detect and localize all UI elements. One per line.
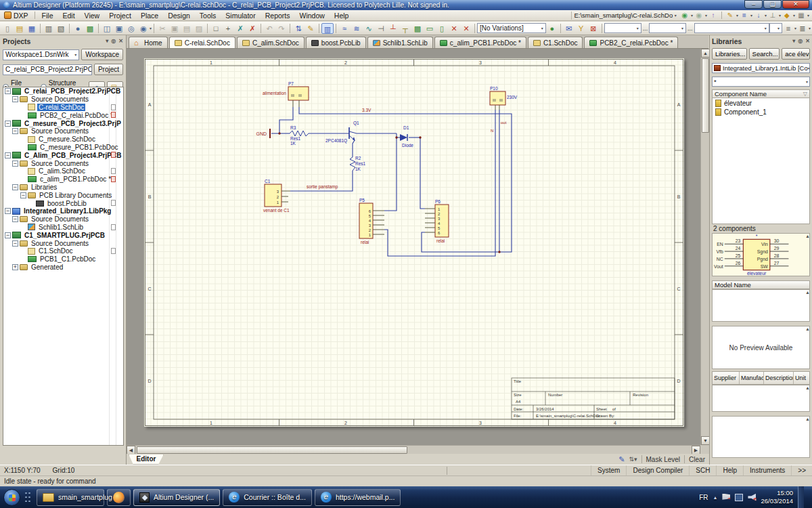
browser-icon[interactable]: ● <box>72 23 84 34</box>
component-c1[interactable]: 3 2 1 C1 venant de C1 <box>263 179 290 213</box>
expander-icon[interactable] <box>12 264 18 270</box>
expander-icon[interactable] <box>5 232 11 238</box>
clear-button[interactable]: Clear <box>689 456 705 463</box>
component-row-component1[interactable]: Component_1 <box>713 108 809 117</box>
taskbar-firefox-button[interactable] <box>107 489 131 506</box>
menu-file[interactable]: File <box>37 10 58 20</box>
place-wire-icon[interactable]: ≈ <box>338 23 351 34</box>
tree-item-project[interactable]: C_mesure_PCB_Project3.PrjP <box>3 119 123 127</box>
close-button[interactable] <box>782 0 809 9</box>
scope-combo-1[interactable]: ▾ <box>604 23 641 33</box>
tree-item-folder[interactable]: Source Documents <box>3 127 123 135</box>
cross-select-icon[interactable]: ✗ <box>246 23 258 34</box>
filter-funnel-icon[interactable]: ▽ <box>803 91 807 97</box>
symbol-preview[interactable]: ▲ * EN Vfb NC Vout 23 24 25 26 Vin <box>712 233 810 276</box>
more-panels-button[interactable]: >> <box>791 465 812 475</box>
no-erc-icon[interactable]: ✕ <box>448 23 460 34</box>
tab-schlib1-schlib[interactable]: Schlib1.SchLib <box>367 37 433 48</box>
network-icon[interactable] <box>735 494 743 501</box>
chevron-down-icon[interactable] <box>106 38 108 44</box>
component-filter-input[interactable]: * ▾ <box>712 77 810 87</box>
spreadsheet-icon[interactable]: ⊠ <box>587 23 600 34</box>
tree-item-folder[interactable]: Source Documents <box>3 215 123 224</box>
tree-item-pcbdoc[interactable]: PCB1_C1.PcbDoc <box>3 255 123 263</box>
volume-muted-icon[interactable]: ✕ <box>748 494 756 501</box>
zoom-area-icon[interactable]: ▣ <box>113 23 125 34</box>
tree-item-folder[interactable]: Libraries <box>3 184 123 192</box>
search-button[interactable]: Search... <box>749 48 780 60</box>
no-erc2-icon[interactable]: ✕ <box>460 23 472 34</box>
net-label-33v[interactable]: 3.3V <box>362 108 371 112</box>
sch-button[interactable]: SCH <box>689 465 716 475</box>
place-sheet-icon[interactable]: ▭ <box>424 23 436 34</box>
scope-combo-4[interactable]: ▾ <box>769 23 782 33</box>
place-vcc-icon[interactable]: ┬ <box>399 23 411 34</box>
component-name-header[interactable]: Component Name ▽ <box>712 89 810 98</box>
expander-icon[interactable] <box>5 121 11 127</box>
copy-icon[interactable]: ▣ <box>168 23 181 34</box>
schematic-editor[interactable]: 1234 1234 ABCD ABCD <box>127 49 709 465</box>
zoom-selection-icon[interactable]: ◎ <box>125 23 137 34</box>
title-bar[interactable]: Altium Designer (Platform 26245) - E:\sm… <box>0 0 812 10</box>
paste-icon[interactable]: ▤ <box>181 23 193 34</box>
pin-icon[interactable] <box>111 38 116 44</box>
place-part-icon[interactable]: ▩ <box>411 23 424 34</box>
redo-icon[interactable]: ↷ <box>275 23 288 34</box>
tree-item-schlib[interactable]: Schlib1.SchLib <box>3 224 123 232</box>
up-icon[interactable]: ↑ <box>708 12 718 19</box>
tree-item-schdoc[interactable]: C1.SchDoc <box>3 247 123 255</box>
tree-item-pcblib[interactable]: boost.PcbLib <box>3 199 123 207</box>
model-name-header[interactable]: Model Name <box>712 280 810 289</box>
tab-c1-schdoc[interactable]: C1.SchDoc <box>528 37 583 48</box>
zoom-document-icon[interactable]: ◫ <box>101 23 113 34</box>
gnd-power-port[interactable]: GND <box>256 129 270 138</box>
tab-pcb2-c-relai-pcbdoc[interactable]: PCB2_C_relai.PcbDoc * <box>584 37 678 48</box>
tree-item-project[interactable]: C_relai_PCB_Project2.PrjPCB <box>3 87 123 96</box>
collapse-up-icon[interactable]: ▲ <box>805 385 810 390</box>
zoom-options-icon[interactable]: ◉ <box>137 23 150 34</box>
project-button[interactable]: Project <box>94 64 123 75</box>
taskbar-webmail-button[interactable]: https://webmail.p... <box>315 489 401 506</box>
tree-item-pcbdoc[interactable]: c_alim_PCB1.PcbDoc * <box>3 175 123 184</box>
close-icon[interactable] <box>118 38 123 44</box>
tree-item-folder[interactable]: Source Documents <box>3 239 123 247</box>
cross-probe-icon[interactable]: ✗ <box>234 23 246 34</box>
print-icon[interactable]: ▥ <box>43 23 55 34</box>
design-compiler-button[interactable]: Design Compiler <box>626 465 689 475</box>
tree-item-schdoc[interactable]: C_alim.SchDoc <box>3 167 123 175</box>
place-component-button[interactable]: ace élevat <box>782 48 810 60</box>
back-icon[interactable]: ◉ <box>680 12 690 19</box>
undo-icon[interactable]: ↶ <box>263 23 275 34</box>
chevron-down-icon[interactable] <box>792 38 795 44</box>
tree-item-schdoc[interactable]: C_mesure.SchDoc <box>3 135 123 144</box>
expander-icon[interactable] <box>5 152 11 158</box>
paste-special-icon[interactable]: ▨ <box>193 23 205 34</box>
expander-icon[interactable] <box>5 208 11 214</box>
vertical-scrollbar[interactable]: ▲ ▼ <box>700 49 709 445</box>
menu-help[interactable]: Help <box>330 10 354 20</box>
taskbar-mail-button[interactable]: Courrier :: Boîte d... <box>223 489 312 506</box>
component-r3[interactable]: R3 Res1 1K <box>290 125 309 146</box>
vertical-scroll-thumb[interactable] <box>702 58 709 133</box>
menu-view[interactable]: View <box>80 10 105 20</box>
libraries-button[interactable]: Libraries... <box>712 48 747 60</box>
net-label-sortie[interactable]: sortie panstamp <box>307 184 338 190</box>
net-label-out[interactable]: out <box>501 121 507 125</box>
place-harness-icon[interactable]: ∿ <box>363 23 375 34</box>
instruments-button[interactable]: Instruments <box>743 465 791 475</box>
filter-icon[interactable]: ▥ <box>321 23 334 34</box>
tree-item-pcbdoc[interactable]: C_mesure_PCB1.PcbDoc <box>3 144 123 152</box>
menu-reports[interactable]: Reports <box>261 10 295 20</box>
menu-window[interactable]: Window <box>294 10 329 20</box>
cut-icon[interactable]: ✂ <box>156 23 168 34</box>
expander-icon[interactable] <box>20 192 26 198</box>
close-icon[interactable] <box>805 38 810 44</box>
pin-icon[interactable] <box>798 38 803 44</box>
clock[interactable]: 15:0026/03/2014 <box>761 489 793 505</box>
tree-item-folder-generated[interactable]: Generated <box>3 263 123 272</box>
menu-project[interactable]: Project <box>104 10 136 20</box>
component-row-elevateur[interactable]: élevateur <box>713 99 809 108</box>
maximize-button[interactable] <box>763 0 782 9</box>
component-p10[interactable]: P10 230V <box>490 86 518 110</box>
wrench-icon[interactable]: Y <box>575 23 587 34</box>
